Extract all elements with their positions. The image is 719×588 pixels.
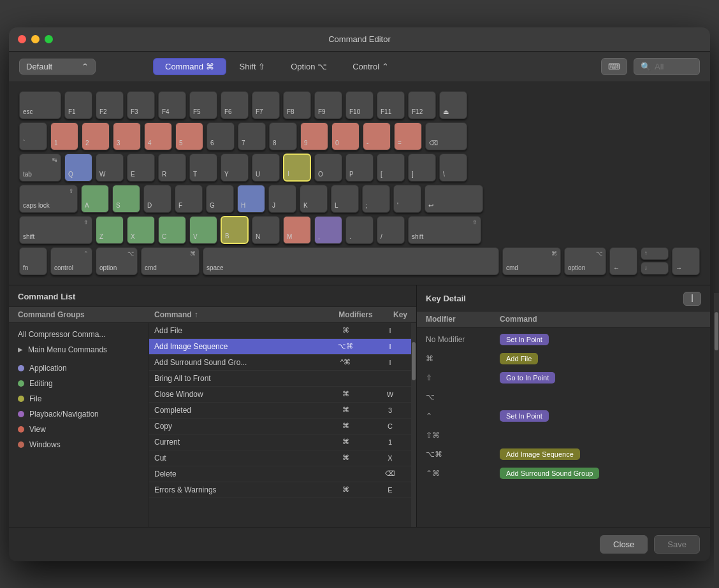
key-backtick[interactable]: `: [19, 122, 47, 150]
group-item-editing[interactable]: Editing: [9, 376, 149, 391]
key-8[interactable]: 8: [269, 122, 297, 150]
key-2[interactable]: 2: [82, 122, 110, 150]
key-0[interactable]: 0: [331, 122, 360, 150]
command-row-add-surround[interactable]: Add Surround Sound Gro... ^⌘ I: [149, 355, 411, 371]
preset-dropdown[interactable]: Default ⌃: [19, 59, 96, 75]
key-e[interactable]: E: [127, 154, 155, 182]
key-quote[interactable]: ': [393, 185, 421, 213]
key-w[interactable]: W: [96, 154, 124, 182]
tab-option[interactable]: Option ⌥: [279, 58, 339, 75]
key-f1[interactable]: F1: [64, 91, 92, 119]
key-f6[interactable]: F6: [221, 91, 249, 119]
minimize-button[interactable]: [31, 35, 40, 43]
key-arrow-down[interactable]: ↓: [641, 262, 669, 275]
close-window-button[interactable]: [18, 35, 26, 43]
keyboard-icon-button[interactable]: ⌨: [601, 58, 627, 75]
key-f12[interactable]: F12: [408, 91, 436, 119]
key-capslock[interactable]: caps lock⇪: [19, 185, 78, 213]
key-5[interactable]: 5: [175, 122, 203, 150]
key-a[interactable]: A: [81, 185, 109, 213]
key-bracket-left[interactable]: [: [377, 154, 405, 182]
key-control-left[interactable]: control⌃: [50, 247, 92, 275]
key-l[interactable]: L: [331, 185, 359, 213]
key-f4[interactable]: F4: [158, 91, 186, 119]
tab-command[interactable]: Command ⌘: [153, 58, 226, 75]
key-t[interactable]: T: [189, 154, 217, 182]
key-1[interactable]: 1: [50, 122, 78, 150]
key-n[interactable]: N: [252, 216, 280, 244]
key-return[interactable]: ↩: [425, 185, 483, 213]
detail-cmd-set-in-point-2[interactable]: Set In Point: [500, 410, 549, 422]
key-arrow-up[interactable]: ↑: [641, 247, 669, 260]
key-d[interactable]: D: [143, 185, 171, 213]
key-j[interactable]: J: [268, 185, 296, 213]
search-input[interactable]: [655, 62, 693, 71]
key-z[interactable]: Z: [96, 216, 124, 244]
zoom-button[interactable]: [45, 35, 53, 43]
key-g[interactable]: G: [206, 185, 234, 213]
key-space[interactable]: space: [203, 247, 499, 275]
key-arrow-left[interactable]: ←: [609, 247, 637, 275]
command-row-delete[interactable]: Delete ⌫: [149, 466, 411, 482]
key-slash[interactable]: /: [377, 216, 405, 244]
group-item-view[interactable]: View: [9, 422, 149, 437]
group-item-windows[interactable]: Windows: [9, 437, 149, 452]
key-c[interactable]: C: [158, 216, 186, 244]
key-k[interactable]: K: [300, 185, 328, 213]
key-f5[interactable]: F5: [189, 91, 217, 119]
key-f8[interactable]: F8: [283, 91, 311, 119]
key-f[interactable]: F: [175, 185, 203, 213]
group-item-playback[interactable]: Playback/Navigation: [9, 406, 149, 422]
key-shift-left[interactable]: shift⇧: [19, 216, 92, 244]
key-arrow-right[interactable]: →: [672, 247, 700, 275]
group-item-all[interactable]: All Compressor Comma...: [9, 327, 149, 342]
key-equals[interactable]: =: [394, 122, 422, 150]
key-period[interactable]: .: [345, 216, 374, 244]
key-h[interactable]: H: [237, 185, 265, 213]
key-m[interactable]: M: [283, 216, 311, 244]
command-row-current[interactable]: Current ⌘ 1: [149, 434, 411, 450]
command-row-cut[interactable]: Cut ⌘ X: [149, 450, 411, 466]
detail-cmd-go-to-in-point[interactable]: Go to In Point: [500, 372, 555, 384]
key-f3[interactable]: F3: [127, 91, 155, 119]
tab-control[interactable]: Control ⌃: [340, 58, 401, 75]
key-f2[interactable]: F2: [96, 91, 124, 119]
key-v[interactable]: V: [189, 216, 217, 244]
detail-add-button[interactable]: I: [683, 292, 701, 306]
key-7[interactable]: 7: [238, 122, 266, 150]
group-item-file[interactable]: File: [9, 391, 149, 406]
key-s[interactable]: S: [112, 185, 140, 213]
key-minus[interactable]: -: [363, 122, 391, 150]
key-bracket-right[interactable]: ]: [408, 154, 436, 182]
command-row-close-window[interactable]: Close Window ⌘ W: [149, 387, 411, 403]
key-esc[interactable]: esc: [19, 91, 61, 119]
key-p[interactable]: P: [345, 154, 374, 182]
key-cmd-left[interactable]: cmd⌘: [141, 247, 200, 275]
key-o[interactable]: O: [314, 154, 342, 182]
key-x[interactable]: X: [127, 216, 155, 244]
key-9[interactable]: 9: [300, 122, 328, 150]
detail-cmd-add-surround[interactable]: Add Surround Sound Group: [500, 468, 599, 479]
key-i[interactable]: I: [283, 154, 311, 182]
key-f9[interactable]: F9: [314, 91, 342, 119]
group-item-main[interactable]: ▶ Main Menu Commands: [9, 342, 149, 357]
key-b[interactable]: B: [221, 216, 249, 244]
command-row-completed[interactable]: Completed ⌘ 3: [149, 403, 411, 419]
key-u[interactable]: U: [252, 154, 280, 182]
key-eject[interactable]: ⏏: [439, 91, 467, 119]
key-f11[interactable]: F11: [377, 91, 405, 119]
key-y[interactable]: Y: [221, 154, 249, 182]
detail-cmd-add-image-sequence[interactable]: Add Image Sequence: [500, 448, 580, 460]
group-item-application[interactable]: Application: [9, 357, 149, 376]
key-shift-right[interactable]: shift⇧: [408, 216, 481, 244]
command-row-add-image-seq[interactable]: Add Image Sequence ⌥⌘ I: [149, 339, 411, 355]
key-semicolon[interactable]: ;: [362, 185, 390, 213]
key-f7[interactable]: F7: [252, 91, 280, 119]
commands-scrollbar[interactable]: [411, 323, 416, 527]
key-backslash[interactable]: \: [439, 154, 467, 182]
key-tab[interactable]: tab↹: [19, 154, 61, 182]
command-row-add-file[interactable]: Add File ⌘ I: [149, 323, 411, 339]
save-button[interactable]: Save: [654, 535, 700, 554]
command-row-copy[interactable]: Copy ⌘ C: [149, 419, 411, 434]
close-button[interactable]: Close: [600, 535, 648, 554]
